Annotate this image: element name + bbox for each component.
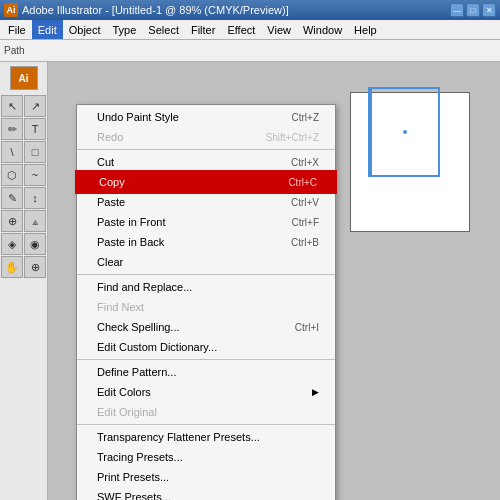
menu-item-file[interactable]: File [2,20,32,39]
pen-tool[interactable]: ✏ [1,118,23,140]
tool-row-8: ✋ ⊕ [1,256,46,278]
edit-colors-arrow-icon: ▶ [312,387,319,397]
canvas-shape-dot [403,130,407,134]
title-bar-text: Adobe Illustrator - [Untitled-1 @ 89% (C… [22,4,450,16]
toolbox: Ai ↖ ↗ ✏ T \ □ ⬡ ~ ✎ ↕ ⊕ ⟁ ◈ ◉ ✋ [0,62,48,500]
menu-undo[interactable]: Undo Paint Style Ctrl+Z [77,107,335,127]
menu-find-replace[interactable]: Find and Replace... [77,277,335,297]
menu-redo-shortcut: Shift+Ctrl+Z [266,132,319,143]
menu-section-presets: Transparency Flattener Presets... Tracin… [77,425,335,500]
menu-define-pattern[interactable]: Define Pattern... [77,362,335,382]
menu-find-replace-label: Find and Replace... [97,281,192,293]
direct-select-tool[interactable]: ↗ [24,95,46,117]
menu-item-edit[interactable]: Edit [32,20,63,39]
menu-clear[interactable]: Clear [77,252,335,272]
menu-section-pattern: Define Pattern... Edit Colors ▶ Edit Ori… [77,360,335,425]
blend-tool[interactable]: ⟁ [24,210,46,232]
menu-transparency-presets[interactable]: Transparency Flattener Presets... [77,427,335,447]
ai-logo-tool: Ai [10,66,38,90]
menu-undo-shortcut: Ctrl+Z [292,112,320,123]
canvas-area: Undo Paint Style Ctrl+Z Redo Shift+Ctrl+… [48,62,500,500]
menu-cut[interactable]: Cut Ctrl+X [77,152,335,172]
canvas-shape-rect [370,87,440,177]
menu-custom-dict-label: Edit Custom Dictionary... [97,341,217,353]
menu-item-help[interactable]: Help [348,20,383,39]
menu-transparency-presets-label: Transparency Flattener Presets... [97,431,260,443]
title-bar-buttons: — □ ✕ [450,3,496,17]
menu-spell-check[interactable]: Check Spelling... Ctrl+I [77,317,335,337]
menu-section-clipboard: Cut Ctrl+X Copy Ctrl+C Paste Ctrl+V Past… [77,150,335,275]
tool-row-7: ◈ ◉ [1,233,46,255]
menu-tracing-presets[interactable]: Tracing Presets... [77,447,335,467]
menu-copy-label: Copy [99,176,125,188]
menu-item-view[interactable]: View [261,20,297,39]
menu-redo[interactable]: Redo Shift+Ctrl+Z [77,127,335,147]
app-logo: Ai [4,3,18,17]
menu-edit-colors-label: Edit Colors [97,386,151,398]
brush-tool[interactable]: ~ [24,164,46,186]
tool-row-6: ⊕ ⟁ [1,210,46,232]
menu-spell-check-label: Check Spelling... [97,321,180,333]
eyedropper-tool[interactable]: ◉ [24,233,46,255]
menu-paste-back-shortcut: Ctrl+B [291,237,319,248]
rotate-tool[interactable]: ↕ [24,187,46,209]
select-tool[interactable]: ↖ [1,95,23,117]
menu-item-filter[interactable]: Filter [185,20,221,39]
scale-tool[interactable]: ⊕ [1,210,23,232]
menu-paste-front[interactable]: Paste in Front Ctrl+F [77,212,335,232]
menu-undo-label: Undo Paint Style [97,111,179,123]
menu-edit-original-label: Edit Original [97,406,157,418]
gradient-tool[interactable]: ◈ [1,233,23,255]
tool-row-4: ⬡ ~ [1,164,46,186]
pencil-tool[interactable]: ✎ [1,187,23,209]
menu-print-presets-label: Print Presets... [97,471,169,483]
menu-copy[interactable]: Copy Ctrl+C [77,172,335,192]
menu-item-select[interactable]: Select [142,20,185,39]
menu-find-next-label: Find Next [97,301,144,313]
polygon-tool[interactable]: ⬡ [1,164,23,186]
menu-custom-dict[interactable]: Edit Custom Dictionary... [77,337,335,357]
tool-row-3: \ □ [1,141,46,163]
menu-tracing-presets-label: Tracing Presets... [97,451,183,463]
menu-find-next[interactable]: Find Next [77,297,335,317]
path-label: Path [4,45,25,56]
menu-swf-presets[interactable]: SWF Presets... [77,487,335,500]
menu-paste-back-label: Paste in Back [97,236,164,248]
menu-bar: File Edit Object Type Select Filter Effe… [0,20,500,40]
tool-row-5: ✎ ↕ [1,187,46,209]
menu-paste-label: Paste [97,196,125,208]
maximize-button[interactable]: □ [466,3,480,17]
toolbar2: Path [0,40,500,62]
menu-item-effect[interactable]: Effect [221,20,261,39]
menu-paste-shortcut: Ctrl+V [291,197,319,208]
hand-tool[interactable]: ✋ [1,256,23,278]
menu-redo-label: Redo [97,131,123,143]
edit-dropdown-menu[interactable]: Undo Paint Style Ctrl+Z Redo Shift+Ctrl+… [76,104,336,500]
menu-spell-check-shortcut: Ctrl+I [295,322,319,333]
tool-row-2: ✏ T [1,118,46,140]
tool-row-1: ↖ ↗ [1,95,46,117]
menu-paste[interactable]: Paste Ctrl+V [77,192,335,212]
menu-item-type[interactable]: Type [107,20,143,39]
menu-cut-label: Cut [97,156,114,168]
menu-cut-shortcut: Ctrl+X [291,157,319,168]
menu-edit-colors[interactable]: Edit Colors ▶ [77,382,335,402]
type-tool[interactable]: T [24,118,46,140]
menu-item-window[interactable]: Window [297,20,348,39]
close-button[interactable]: ✕ [482,3,496,17]
menu-edit-original[interactable]: Edit Original [77,402,335,422]
menu-swf-presets-label: SWF Presets... [97,491,171,500]
rect-tool[interactable]: □ [24,141,46,163]
menu-paste-front-label: Paste in Front [97,216,165,228]
zoom-tool[interactable]: ⊕ [24,256,46,278]
minimize-button[interactable]: — [450,3,464,17]
menu-section-find: Find and Replace... Find Next Check Spel… [77,275,335,360]
main-area: Ai ↖ ↗ ✏ T \ □ ⬡ ~ ✎ ↕ ⊕ ⟁ ◈ ◉ ✋ [0,62,500,500]
menu-print-presets[interactable]: Print Presets... [77,467,335,487]
menu-define-pattern-label: Define Pattern... [97,366,177,378]
menu-paste-back[interactable]: Paste in Back Ctrl+B [77,232,335,252]
menu-item-object[interactable]: Object [63,20,107,39]
menu-clear-label: Clear [97,256,123,268]
title-bar: Ai Adobe Illustrator - [Untitled-1 @ 89%… [0,0,500,20]
line-tool[interactable]: \ [1,141,23,163]
